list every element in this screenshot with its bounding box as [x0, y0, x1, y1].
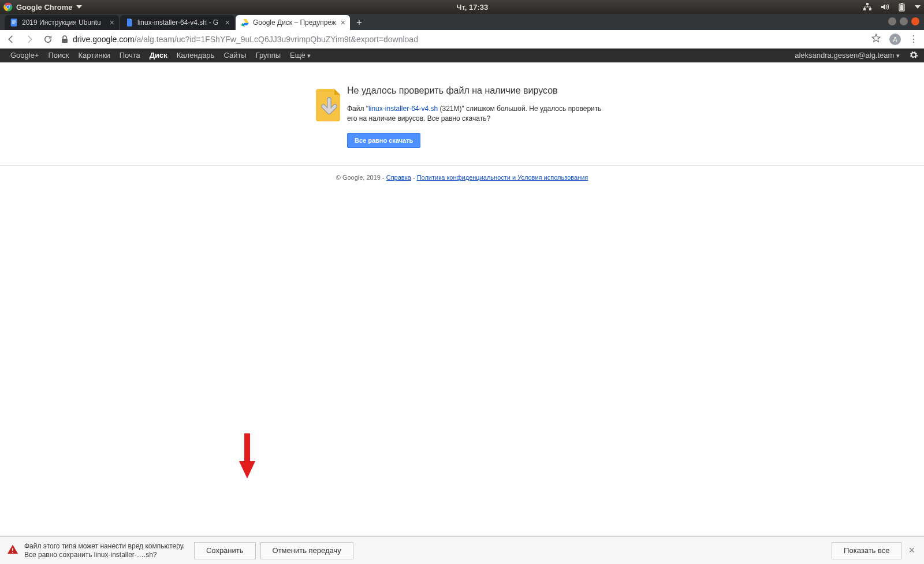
url-text: drive.google.com/a/alg.team/uc?id=1FShYF… [73, 35, 418, 44]
download-warning-icon [315, 86, 347, 148]
virus-scan-heading: Не удалось проверить файл на наличие вир… [347, 86, 609, 96]
gbar-link-mail[interactable]: Почта [115, 49, 145, 62]
svg-rect-4 [863, 8, 866, 10]
tab-title: linux-installer-64-v4.sh - G [137, 18, 222, 27]
svg-rect-9 [11, 18, 17, 26]
chrome-menu-button[interactable]: ⋮ [909, 34, 918, 44]
reload-button[interactable] [43, 34, 53, 44]
close-icon[interactable]: × [110, 18, 114, 27]
svg-rect-15 [12, 548, 13, 551]
gbar-link-more[interactable]: Ещё ▾ [285, 49, 315, 62]
svg-rect-3 [866, 3, 869, 5]
footer-help-link[interactable]: Справка [386, 174, 411, 181]
chrome-toolbar: drive.google.com/a/alg.team/uc?id=1FShYF… [0, 30, 924, 49]
tab-title: Google Диск – Предупреж [253, 18, 337, 27]
virus-scan-message: Файл "linux-installer-64-v4.sh (321M)" с… [347, 104, 609, 124]
gbar-link-drive[interactable]: Диск [145, 49, 172, 62]
google-drive-icon [240, 18, 249, 27]
active-app-name: Google Chrome [16, 3, 73, 12]
svg-rect-8 [900, 5, 904, 10]
google-bar: Google+ Поиск Картинки Почта Диск Календ… [0, 49, 924, 62]
cancel-download-button[interactable]: Отменить передачу [260, 542, 353, 559]
battery-icon[interactable] [897, 2, 907, 12]
close-icon[interactable]: × [341, 18, 345, 27]
gbar-link-groups[interactable]: Группы [251, 49, 285, 62]
window-controls [888, 17, 919, 25]
bookmark-star-button[interactable] [871, 33, 881, 45]
chrome-icon [3, 2, 13, 12]
svg-rect-16 [12, 552, 13, 553]
svg-rect-7 [901, 3, 903, 4]
svg-rect-5 [869, 8, 871, 10]
file-name-link[interactable]: linux-installer-64-v4.sh [368, 105, 438, 113]
new-tab-button[interactable]: + [351, 15, 367, 30]
page-footer: © Google, 2019 - Справка - Политика конф… [0, 165, 924, 181]
chevron-down-icon [76, 5, 82, 9]
chrome-tab-strip: 2019 Инструкция Ubuntu × linux-installer… [0, 14, 924, 30]
close-shelf-button[interactable]: × [906, 544, 917, 556]
svg-rect-11 [12, 22, 16, 23]
save-button[interactable]: Сохранить [194, 542, 256, 559]
tab-docs[interactable]: 2019 Инструкция Ubuntu × [5, 15, 119, 30]
download-shelf: Файл этого типа может нанести вред компь… [0, 536, 924, 564]
show-all-downloads-button[interactable]: Показать все [832, 542, 901, 559]
footer-privacy-link[interactable]: Политика конфиденциальности и Условия ис… [417, 174, 588, 181]
profile-avatar[interactable]: A [889, 34, 901, 45]
gbar-user-menu[interactable]: aleksandra.gessen@alg.team ▾ [790, 49, 904, 62]
network-icon[interactable] [863, 2, 872, 12]
system-menu-chevron-icon[interactable] [915, 5, 921, 9]
address-bar[interactable]: drive.google.com/a/alg.team/uc?id=1FShYF… [61, 35, 863, 44]
svg-rect-12 [12, 23, 15, 24]
forward-button[interactable] [24, 34, 35, 44]
window-maximize[interactable] [900, 17, 908, 25]
tab-drive[interactable]: Google Диск – Предупреж × [236, 15, 350, 30]
file-icon [125, 18, 134, 27]
page-content: Не удалось проверить файл на наличие вир… [0, 62, 924, 536]
ubuntu-clock[interactable]: Чт, 17:33 [82, 3, 863, 12]
ubuntu-top-bar: Google Chrome Чт, 17:33 [0, 0, 924, 14]
active-app-menu[interactable]: Google Chrome [3, 2, 82, 12]
danger-icon [7, 544, 18, 557]
back-button[interactable] [6, 34, 16, 44]
gbar-link-images[interactable]: Картинки [74, 49, 115, 62]
tab-file[interactable]: linux-installer-64-v4.sh - G × [120, 15, 234, 30]
close-icon[interactable]: × [225, 18, 230, 27]
window-close[interactable] [911, 17, 919, 25]
download-warning-text: Файл этого типа может нанести вред компь… [24, 542, 185, 559]
gbar-link-search[interactable]: Поиск [44, 49, 74, 62]
google-docs-icon [9, 18, 18, 27]
gbar-link-calendar[interactable]: Календарь [172, 49, 219, 62]
lock-icon [61, 35, 68, 43]
svg-rect-13 [62, 39, 68, 43]
gbar-settings-gear[interactable] [904, 50, 918, 61]
gbar-link-sites[interactable]: Сайты [219, 49, 251, 62]
volume-icon[interactable] [880, 2, 889, 12]
svg-rect-10 [12, 21, 16, 21]
tab-title: 2019 Инструкция Ubuntu [22, 18, 106, 27]
window-minimize[interactable] [888, 17, 896, 25]
svg-point-2 [6, 5, 9, 8]
gbar-link-googleplus[interactable]: Google+ [6, 49, 44, 62]
download-anyway-button[interactable]: Все равно скачать [347, 133, 420, 148]
